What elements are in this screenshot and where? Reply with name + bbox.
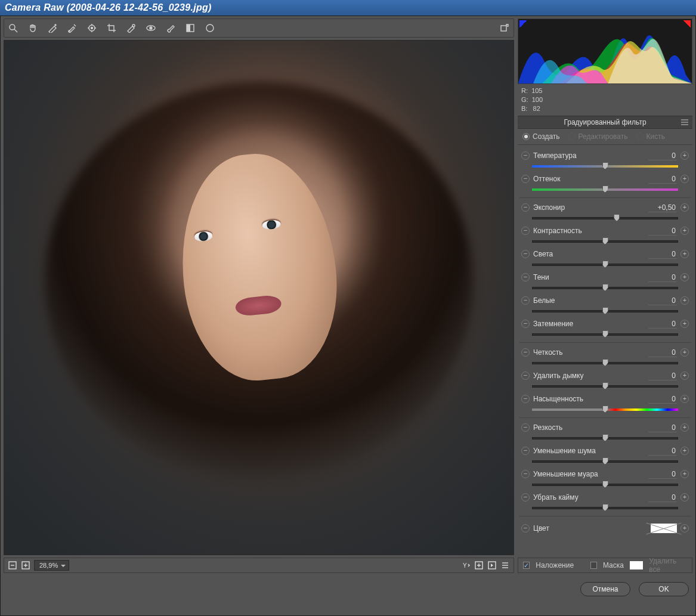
- red-eye-tool-icon[interactable]: [146, 23, 156, 33]
- defringe-slider-thumb[interactable]: [602, 504, 608, 511]
- saturation-plus-button[interactable]: +: [680, 395, 689, 403]
- tint-minus-button[interactable]: −: [521, 175, 530, 183]
- blacks-plus-button[interactable]: +: [680, 320, 689, 328]
- color-sampler-tool-icon[interactable]: [67, 23, 78, 33]
- contrast-minus-button[interactable]: −: [521, 227, 530, 235]
- moire-slider[interactable]: [532, 481, 678, 489]
- presets-flyout-icon[interactable]: [499, 23, 510, 33]
- targeted-adjust-tool-icon[interactable]: [86, 23, 97, 33]
- highlights-value[interactable]: 0: [648, 250, 677, 259]
- shadows-plus-button[interactable]: +: [680, 273, 689, 281]
- noise-plus-button[interactable]: +: [680, 447, 689, 455]
- dehaze-value[interactable]: 0: [648, 372, 677, 380]
- cancel-button[interactable]: Отмена: [580, 582, 630, 596]
- dehaze-plus-button[interactable]: +: [680, 372, 689, 380]
- tint-plus-button[interactable]: +: [680, 175, 689, 183]
- contrast-value[interactable]: 0: [648, 227, 677, 236]
- zoom-out-icon[interactable]: [8, 561, 17, 570]
- blacks-minus-button[interactable]: −: [521, 320, 530, 328]
- sharpness-minus-button[interactable]: −: [521, 423, 530, 432]
- histogram[interactable]: [518, 18, 692, 84]
- sharpness-value[interactable]: 0: [648, 423, 677, 432]
- copy-settings-icon[interactable]: [487, 561, 497, 570]
- color-swatch[interactable]: [651, 524, 677, 533]
- swap-view-icon[interactable]: [474, 561, 484, 570]
- overlay-checkbox[interactable]: [523, 562, 530, 569]
- dehaze-minus-button[interactable]: −: [521, 372, 530, 380]
- shadows-slider-thumb[interactable]: [602, 284, 608, 291]
- noise-slider-thumb[interactable]: [602, 457, 608, 465]
- zoom-level-select[interactable]: 28,9%: [34, 560, 69, 571]
- whites-value[interactable]: 0: [648, 296, 677, 305]
- exposure-value[interactable]: +0,50: [648, 203, 677, 212]
- sharpness-slider-thumb[interactable]: [602, 434, 608, 441]
- noise-value[interactable]: 0: [648, 447, 677, 456]
- whites-slider-thumb[interactable]: [602, 307, 608, 314]
- moire-plus-button[interactable]: +: [680, 470, 689, 478]
- exposure-minus-button[interactable]: −: [521, 203, 530, 212]
- moire-value[interactable]: 0: [648, 470, 677, 479]
- saturation-minus-button[interactable]: −: [521, 395, 530, 403]
- clarity-slider-thumb[interactable]: [602, 359, 608, 366]
- moire-minus-button[interactable]: −: [521, 470, 530, 478]
- saturation-slider[interactable]: [532, 405, 678, 414]
- whites-plus-button[interactable]: +: [680, 296, 689, 305]
- dehaze-slider-thumb[interactable]: [602, 382, 608, 389]
- rotate-tool-icon[interactable]: [205, 23, 215, 33]
- temperature-slider[interactable]: [532, 162, 678, 171]
- defringe-slider[interactable]: [532, 504, 678, 512]
- tint-slider[interactable]: [532, 185, 678, 194]
- contrast-plus-button[interactable]: +: [680, 227, 689, 235]
- clarity-value[interactable]: 0: [648, 348, 677, 357]
- before-after-icon[interactable]: Y: [461, 561, 471, 570]
- contrast-slider-thumb[interactable]: [602, 237, 608, 244]
- tint-slider-thumb[interactable]: [602, 185, 608, 193]
- tint-value[interactable]: 0: [648, 175, 677, 184]
- temperature-plus-button[interactable]: +: [680, 151, 689, 160]
- shadows-value[interactable]: 0: [648, 273, 677, 282]
- sharpness-plus-button[interactable]: +: [680, 423, 689, 432]
- shadows-minus-button[interactable]: −: [521, 273, 530, 281]
- noise-slider[interactable]: [532, 457, 678, 466]
- temperature-minus-button[interactable]: −: [521, 151, 530, 160]
- spot-removal-tool-icon[interactable]: [126, 23, 137, 33]
- highlights-slider[interactable]: [532, 261, 678, 269]
- temperature-slider-thumb[interactable]: [602, 162, 608, 169]
- graduated-filter-tool-icon[interactable]: [185, 23, 196, 33]
- blacks-value[interactable]: 0: [648, 320, 677, 329]
- white-balance-tool-icon[interactable]: [47, 23, 58, 33]
- clarity-plus-button[interactable]: +: [680, 348, 689, 357]
- crop-tool-icon[interactable]: [106, 23, 117, 33]
- saturation-slider-thumb[interactable]: [602, 405, 608, 413]
- exposure-slider[interactable]: [532, 214, 678, 222]
- image-preview[interactable]: [4, 40, 514, 555]
- clarity-slider[interactable]: [532, 359, 678, 367]
- sharpness-slider[interactable]: [532, 434, 678, 442]
- moire-slider-thumb[interactable]: [602, 481, 608, 488]
- mask-color-swatch[interactable]: [630, 561, 643, 569]
- saturation-value[interactable]: 0: [648, 395, 677, 404]
- defringe-plus-button[interactable]: +: [680, 493, 689, 502]
- whites-slider[interactable]: [532, 307, 678, 315]
- highlights-plus-button[interactable]: +: [680, 250, 689, 258]
- blacks-slider-thumb[interactable]: [602, 330, 608, 338]
- color-plus-button[interactable]: +: [680, 524, 689, 533]
- clarity-minus-button[interactable]: −: [521, 348, 530, 357]
- panel-menu-icon[interactable]: [680, 119, 689, 128]
- contrast-slider[interactable]: [532, 237, 678, 246]
- view-options-icon[interactable]: [500, 561, 510, 570]
- dehaze-slider[interactable]: [532, 382, 678, 391]
- mask-checkbox[interactable]: [590, 562, 597, 569]
- temperature-value[interactable]: 0: [648, 151, 677, 160]
- color-minus-button[interactable]: −: [521, 524, 530, 533]
- shadows-slider[interactable]: [532, 284, 678, 292]
- noise-minus-button[interactable]: −: [521, 447, 530, 455]
- defringe-minus-button[interactable]: −: [521, 493, 530, 502]
- zoom-in-icon[interactable]: [21, 561, 30, 570]
- mode-create-radio[interactable]: Создать: [522, 132, 560, 141]
- zoom-tool-icon[interactable]: [8, 23, 18, 33]
- adjustment-brush-tool-icon[interactable]: [165, 23, 176, 33]
- exposure-plus-button[interactable]: +: [680, 203, 689, 212]
- highlights-slider-thumb[interactable]: [602, 261, 608, 268]
- ok-button[interactable]: OK: [639, 582, 689, 596]
